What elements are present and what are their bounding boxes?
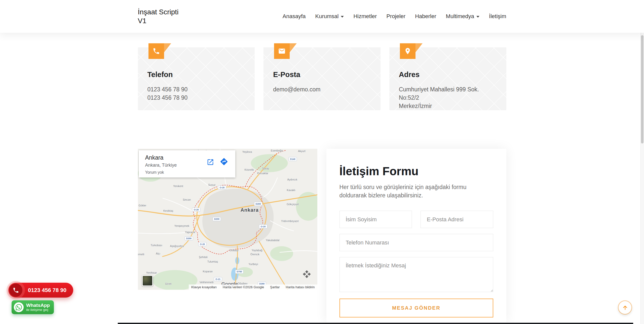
svg-text:Ankara: Ankara: [240, 207, 258, 213]
svg-text:D140: D140: [290, 158, 295, 160]
svg-text:Pursaklar: Pursaklar: [257, 172, 268, 175]
nav-item-1[interactable]: Kurumsal: [315, 13, 344, 20]
floating-phone-number: 0123 456 78 90: [28, 287, 66, 294]
svg-text:Örencik: Örencik: [250, 253, 260, 256]
footer-top-edge: [118, 323, 633, 324]
phone-icon: [9, 283, 22, 297]
svg-text:Kavaklı: Kavaklı: [287, 189, 295, 192]
map-attribution-item[interactable]: Harita hatası bildirin: [286, 285, 315, 289]
svg-text:D200: D200: [186, 237, 191, 240]
svg-text:O-20: O-20: [200, 243, 205, 245]
svg-text:Ücret: Ücret: [165, 282, 171, 285]
floating-call-button[interactable]: 0123 456 78 90: [8, 283, 73, 298]
site-header: İnşaat Scripti V1 AnasayfaKurumsalHizmet…: [0, 0, 644, 33]
svg-text:O-20: O-20: [194, 208, 199, 211]
contact-section: D140O-20D200O-20D200O-20D200O-20D750O-21…: [138, 149, 506, 322]
svg-text:Aşağıyurtçu: Aşağıyurtçu: [170, 245, 184, 247]
contact-card-title: E-Posta: [273, 70, 371, 79]
svg-text:Türkobası: Türkobası: [150, 244, 162, 247]
nav-item-0[interactable]: Anasayfa: [283, 13, 306, 20]
svg-text:Susuz: Susuz: [208, 184, 215, 186]
arrow-up-icon: [622, 304, 628, 311]
map-attribution-item[interactable]: Şartlar: [270, 285, 280, 289]
satellite-layer-toggle[interactable]: [142, 275, 153, 286]
form-title: İletişim Formu: [339, 164, 493, 178]
svg-text:Yurtbeyi: Yurtbeyi: [248, 263, 258, 266]
whatsapp-button[interactable]: WhatsApp ile iletişime geç: [12, 300, 54, 314]
contact-card: E-Postademo@demo.com: [263, 47, 381, 110]
whatsapp-icon: [14, 302, 24, 312]
site-logo[interactable]: İnşaat Scripti V1: [138, 8, 181, 25]
svg-text:Koparan: Koparan: [203, 270, 213, 273]
nav-item-4[interactable]: Haberler: [415, 13, 436, 20]
svg-text:Gökçeyurt: Gökçeyurt: [287, 203, 299, 206]
map-attribution-item: Harita verileri ©2026 Google: [223, 285, 264, 289]
svg-text:Yakubabdal: Yakubabdal: [266, 239, 279, 242]
map-review-link[interactable]: Yorum yok: [145, 170, 235, 175]
svg-text:Yeşilova: Yeşilova: [242, 151, 252, 153]
message-textarea[interactable]: [339, 257, 493, 292]
svg-text:Yenikent: Yenikent: [173, 185, 183, 188]
svg-text:Yenipeçenek: Yenipeçenek: [174, 225, 189, 227]
svg-text:emelli: emelli: [138, 253, 144, 256]
nav-item-6[interactable]: İletişim: [489, 13, 506, 20]
svg-text:Gölbaşı: Gölbaşı: [229, 249, 238, 252]
svg-text:Akyurt: Akyurt: [298, 150, 306, 153]
svg-text:Alçı: Alçı: [156, 252, 160, 255]
svg-text:Aydıncık: Aydıncık: [287, 178, 297, 181]
map-pan-control-icon[interactable]: [302, 269, 312, 279]
svg-text:Saray: Saray: [262, 167, 269, 170]
svg-text:Yıldırımbeyazıt: Yıldırımbeyazıt: [281, 220, 298, 223]
svg-text:O-20: O-20: [219, 186, 224, 189]
nav-item-3[interactable]: Projeler: [386, 13, 405, 20]
svg-text:Gökler: Gökler: [138, 204, 146, 207]
scroll-to-top-button[interactable]: [619, 301, 631, 314]
chevron-down-icon: [476, 16, 479, 18]
nav-item-5[interactable]: Multimedya: [446, 13, 479, 20]
svg-text:Kösrelik: Kösrelik: [244, 168, 254, 171]
whatsapp-title: WhatsApp: [26, 303, 50, 308]
svg-text:D750: D750: [237, 270, 242, 273]
contact-card-line: 0123 456 78 90: [147, 85, 246, 94]
svg-text:Şehitali: Şehitali: [199, 256, 207, 259]
location-icon: [400, 43, 415, 59]
phone-input[interactable]: [339, 234, 493, 251]
form-description: Her türlü soru ve görüşleriniz için aşağ…: [339, 183, 488, 200]
contact-card: AdresCumhuriyet Mahallesi 999 Sok. No:52…: [389, 47, 506, 110]
svg-text:Velihimmetli: Velihimmetli: [199, 281, 213, 284]
name-input[interactable]: [339, 211, 412, 228]
send-message-button[interactable]: MESAJ GÖNDER: [339, 299, 493, 317]
whatsapp-subtitle: ile iletişime geç: [26, 308, 50, 312]
contact-card: Telefon0123 456 78 900123 456 78 90: [138, 47, 255, 110]
svg-text:Kesiktaş: Kesiktaş: [163, 209, 173, 212]
google-map[interactable]: D140O-20D200O-20D200O-20D200O-20D750O-21…: [138, 149, 317, 290]
svg-text:Esenboğa: Esenboğa: [271, 149, 282, 152]
contact-card-title: Telefon: [147, 70, 246, 79]
contact-card-line: Merkez/İzmir: [399, 102, 497, 110]
svg-text:Yaylabağ: Yaylabağ: [251, 249, 262, 252]
contact-card-line: demo@demo.com: [273, 85, 371, 94]
svg-text:D200: D200: [214, 218, 219, 220]
svg-text:Yenihisar: Yenihisar: [146, 271, 157, 274]
contact-card-line: 0123 456 78 90: [147, 94, 246, 102]
contact-card-line: Cumhuriyet Mahallesi 999 Sok. No:52/2: [399, 85, 497, 102]
directions-icon[interactable]: [220, 157, 228, 166]
page-scrollbar[interactable]: [640, 0, 644, 324]
contact-form: İletişim Formu Her türlü soru ve görüşle…: [326, 149, 506, 322]
svg-text:Tulumtaş: Tulumtaş: [207, 260, 218, 263]
chevron-down-icon: [341, 16, 344, 18]
main-nav: AnasayfaKurumsalHizmetlerProjelerHaberle…: [283, 13, 506, 20]
svg-text:O-20: O-20: [260, 225, 266, 228]
scrollbar-thumb[interactable]: [641, 35, 643, 143]
nav-item-2[interactable]: Hizmetler: [353, 13, 377, 20]
email-input[interactable]: [421, 211, 493, 228]
mail-icon: [274, 43, 290, 59]
svg-text:D200: D200: [255, 203, 261, 205]
svg-text:Sincan: Sincan: [183, 198, 191, 201]
map-info-card: Ankara Ankara, Türkiye Yorum yok: [139, 150, 235, 177]
svg-text:Yapracık: Yapracık: [185, 231, 195, 234]
contact-card-title: Adres: [399, 70, 497, 79]
contact-cards: Telefon0123 456 78 900123 456 78 90E-Pos…: [138, 47, 506, 110]
open-in-new-icon[interactable]: [207, 158, 214, 166]
map-attribution-item[interactable]: Klavye kısayolları: [191, 285, 217, 289]
